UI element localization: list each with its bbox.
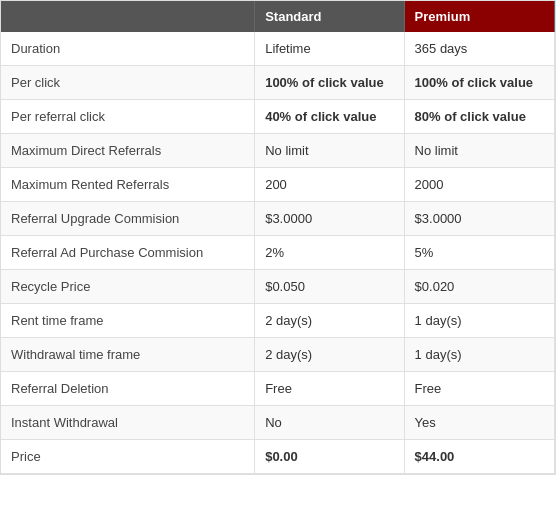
- premium-cell: $0.020: [404, 270, 554, 304]
- premium-cell: 1 day(s): [404, 304, 554, 338]
- table-row: Referral DeletionFreeFree: [1, 372, 555, 406]
- feature-cell: Withdrawal time frame: [1, 338, 255, 372]
- standard-cell: 100% of click value: [255, 66, 404, 100]
- premium-cell: $3.0000: [404, 202, 554, 236]
- feature-cell: Instant Withdrawal: [1, 406, 255, 440]
- feature-cell: Duration: [1, 32, 255, 66]
- premium-cell: 365 days: [404, 32, 554, 66]
- standard-cell: $0.00: [255, 440, 404, 474]
- standard-cell: $3.0000: [255, 202, 404, 236]
- header-premium: Premium: [404, 1, 554, 32]
- premium-cell: 2000: [404, 168, 554, 202]
- feature-cell: Maximum Rented Referrals: [1, 168, 255, 202]
- premium-cell: 80% of click value: [404, 100, 554, 134]
- standard-cell: No limit: [255, 134, 404, 168]
- standard-cell: Free: [255, 372, 404, 406]
- standard-cell: Lifetime: [255, 32, 404, 66]
- standard-cell: 200: [255, 168, 404, 202]
- table-row: Price$0.00$44.00: [1, 440, 555, 474]
- standard-cell: No: [255, 406, 404, 440]
- table-row: Maximum Direct ReferralsNo limitNo limit: [1, 134, 555, 168]
- premium-cell: 1 day(s): [404, 338, 554, 372]
- feature-cell: Referral Ad Purchase Commision: [1, 236, 255, 270]
- feature-cell: Rent time frame: [1, 304, 255, 338]
- premium-cell: $44.00: [404, 440, 554, 474]
- header-standard: Standard: [255, 1, 404, 32]
- premium-cell: No limit: [404, 134, 554, 168]
- standard-cell: 2%: [255, 236, 404, 270]
- feature-cell: Price: [1, 440, 255, 474]
- feature-cell: Per click: [1, 66, 255, 100]
- table-row: Referral Upgrade Commision$3.0000$3.0000: [1, 202, 555, 236]
- feature-cell: Recycle Price: [1, 270, 255, 304]
- standard-cell: 40% of click value: [255, 100, 404, 134]
- premium-cell: 100% of click value: [404, 66, 554, 100]
- table-row: Maximum Rented Referrals2002000: [1, 168, 555, 202]
- premium-cell: 5%: [404, 236, 554, 270]
- table-row: Rent time frame2 day(s)1 day(s): [1, 304, 555, 338]
- feature-cell: Per referral click: [1, 100, 255, 134]
- table-row: Withdrawal time frame2 day(s)1 day(s): [1, 338, 555, 372]
- premium-cell: Yes: [404, 406, 554, 440]
- table-row: Recycle Price$0.050$0.020: [1, 270, 555, 304]
- table-row: Referral Ad Purchase Commision2%5%: [1, 236, 555, 270]
- feature-cell: Referral Upgrade Commision: [1, 202, 255, 236]
- feature-cell: Maximum Direct Referrals: [1, 134, 255, 168]
- standard-cell: 2 day(s): [255, 304, 404, 338]
- table-row: Per click100% of click value100% of clic…: [1, 66, 555, 100]
- standard-cell: $0.050: [255, 270, 404, 304]
- table-row: DurationLifetime365 days: [1, 32, 555, 66]
- table-row: Instant WithdrawalNoYes: [1, 406, 555, 440]
- feature-cell: Referral Deletion: [1, 372, 255, 406]
- header-feature: [1, 1, 255, 32]
- standard-cell: 2 day(s): [255, 338, 404, 372]
- premium-cell: Free: [404, 372, 554, 406]
- table-row: Per referral click40% of click value80% …: [1, 100, 555, 134]
- comparison-table: Standard Premium DurationLifetime365 day…: [0, 0, 556, 475]
